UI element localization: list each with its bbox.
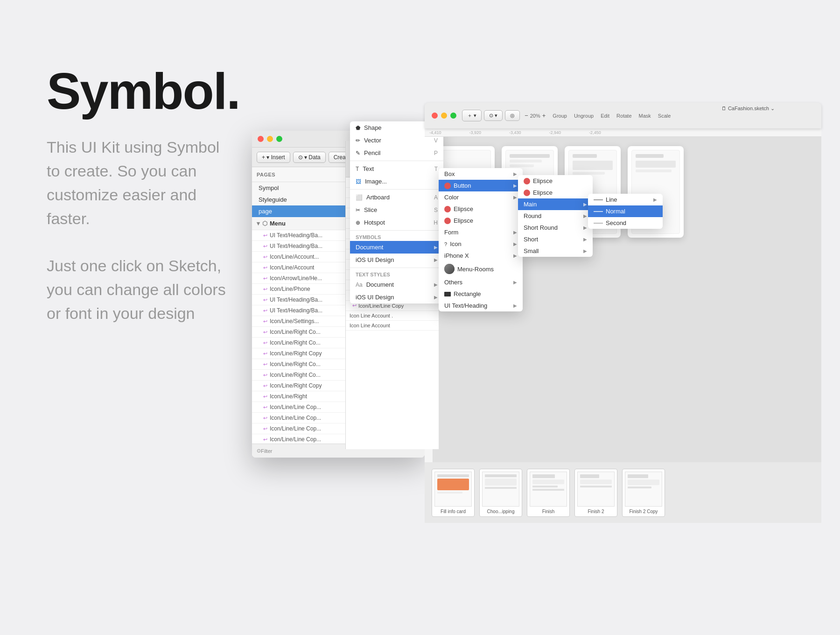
- ruler-val-1: -4,410: [429, 130, 441, 135]
- symbols-submenu: Box▶ Button ▶ Color▶ Elipsce Elipsce Fo: [439, 168, 523, 311]
- submenu-icon[interactable]: ?Icon ▶: [439, 238, 523, 250]
- sketch-tl-red[interactable]: [258, 136, 264, 142]
- menu-divider-4: [350, 268, 443, 268]
- screenshot-area: ＋ ▾ ⊙ ▾ ◎ − 20% + Group Ungroup Edit Rot…: [252, 103, 821, 523]
- toolbar-edit-btn[interactable]: Edit: [601, 113, 609, 119]
- submenu-box[interactable]: Box▶: [439, 168, 523, 180]
- ca-fashion-toolbar: ＋ ▾ ⊙ ▾ ◎ − 20% + Group Ungroup Edit Rot…: [425, 103, 821, 128]
- menu-item-textstyles-document[interactable]: Aa Document ▶: [350, 278, 443, 291]
- submenu-elipsce-2[interactable]: Elipsce: [439, 215, 523, 226]
- ruler-val-4: -2,940: [549, 130, 561, 135]
- thumb-label-fill: Fill info card: [441, 509, 466, 514]
- symbols-section-label: Symbols: [350, 232, 443, 241]
- btn-submenu-elipsce-1[interactable]: Elipsce: [518, 175, 593, 187]
- ca-fashion-title: 🗒 CaFashion.sketch ⌄: [721, 106, 775, 112]
- sketch-data-btn[interactable]: ⊙ ▾ Data: [293, 152, 326, 163]
- thumb-label-finish-2: Finish 2: [588, 509, 604, 514]
- btn-submenu-short-round[interactable]: Short Round▶: [518, 222, 593, 233]
- submenu-button[interactable]: Button ▶: [439, 180, 523, 191]
- traffic-light-yellow[interactable]: [441, 113, 447, 119]
- ruler-area: -4,410 -3,920 -3,430 -2,940 -2,450: [425, 128, 821, 137]
- toolbar-ungroup-btn[interactable]: Ungroup: [574, 113, 594, 119]
- main-submenu-line[interactable]: Line ▶: [588, 194, 663, 205]
- pages-label: PAGES: [257, 172, 275, 177]
- toolbar-insert-btn[interactable]: ＋ ▾: [462, 110, 482, 121]
- menu-item-slice[interactable]: ✂Slice S: [350, 204, 443, 216]
- btn-submenu-elipsce-2[interactable]: Elipsce: [518, 187, 593, 198]
- toolbar-data-btn[interactable]: ⊙ ▾: [484, 110, 503, 121]
- traffic-light-red[interactable]: [432, 113, 438, 119]
- mockup-3-content: [569, 150, 616, 178]
- thumb-label-finish-2-copy: Finish 2 Copy: [629, 509, 658, 514]
- thumb-label-choo: Choo...ipping: [487, 509, 515, 514]
- menu-item-pencil[interactable]: ✎Pencil P: [350, 147, 443, 159]
- toolbar-zoom-label: − 20% +: [525, 112, 546, 119]
- thumb-finish-2[interactable]: Finish 2: [574, 469, 617, 517]
- thumb-finish[interactable]: Finish: [527, 469, 570, 517]
- sketch-footer-label: Filter: [261, 448, 272, 454]
- submenu-iphone-x[interactable]: iPhone X▶: [439, 250, 523, 261]
- insert-menu: ⬟Shape ▶ ✏Vector V ✎Pencil P TText T 🖼Im…: [350, 121, 443, 303]
- sketch-tl-green[interactable]: [276, 136, 282, 142]
- toolbar-mask-btn[interactable]: Mask: [639, 113, 651, 119]
- sketch-insert-btn[interactable]: + ▾ Insert: [257, 152, 290, 163]
- thumb-label-finish: Finish: [542, 509, 555, 514]
- menu-item-image[interactable]: 🖼Image...: [350, 175, 443, 188]
- menu-divider-1: [350, 161, 443, 161]
- text-styles-section-label: Text Styles: [350, 269, 443, 278]
- ruler-val-5: -2,450: [589, 130, 601, 135]
- btn-submenu-small[interactable]: Small▶: [518, 245, 593, 257]
- mockup-4-content: [632, 150, 679, 176]
- ruler-val-3: -3,430: [509, 130, 521, 135]
- menu-item-artboard[interactable]: ⬜Artboard A: [350, 191, 443, 204]
- canvas-thumbnails: Fill info card Choo...ipping: [425, 462, 821, 523]
- icon-line-account-item-2[interactable]: Icon Line Account: [346, 321, 439, 331]
- submenu-menu-rooms[interactable]: Menu-Rooms: [439, 261, 523, 276]
- toolbar-rotate-btn[interactable]: Rotate: [616, 113, 631, 119]
- menu-item-text[interactable]: TText T: [350, 162, 443, 175]
- sketch-tl-yellow[interactable]: [267, 136, 273, 142]
- toolbar-scale-btn[interactable]: Scale: [658, 113, 671, 119]
- submenu-elipsce-1[interactable]: Elipsce: [439, 203, 523, 215]
- icon-line-account-item-1[interactable]: Icon Line Account .: [346, 311, 439, 321]
- main-submenu-normal[interactable]: Normal: [588, 205, 663, 217]
- toolbar-symbol-btn[interactable]: ◎: [505, 110, 520, 121]
- menu-item-ios-ui-design[interactable]: iOS UI Design ▶: [350, 254, 443, 266]
- button-submenu: Elipsce Elipsce Main▶ Round▶ Short Round…: [518, 175, 593, 257]
- submenu-others[interactable]: Others▶: [439, 276, 523, 288]
- submenu-form[interactable]: Form▶: [439, 226, 523, 238]
- btn-submenu-round[interactable]: Round▶: [518, 210, 593, 222]
- thumb-finish-2-copy[interactable]: Finish 2 Copy: [622, 469, 665, 517]
- main-submenu: Line ▶ Normal Second: [588, 194, 663, 229]
- toolbar-group-btn[interactable]: Group: [553, 113, 567, 119]
- menu-item-symbols-document[interactable]: Document ▶: [350, 241, 443, 254]
- menu-item-textstyles-ios[interactable]: iOS UI Design ▶: [350, 291, 443, 303]
- btn-submenu-short[interactable]: Short▶: [518, 233, 593, 245]
- submenu-color[interactable]: Color▶: [439, 191, 523, 203]
- menu-divider-2: [350, 189, 443, 190]
- main-submenu-second[interactable]: Second: [588, 217, 663, 229]
- submenu-rectangle[interactable]: Rectangle: [439, 288, 523, 300]
- thumb-choo[interactable]: Choo...ipping: [479, 469, 522, 517]
- submenu-ui-text-heading[interactable]: UI Text/Heading▶: [439, 300, 523, 311]
- ruler-val-2: -3,920: [469, 130, 482, 135]
- layers-group-label: Menu: [270, 220, 286, 227]
- traffic-light-green[interactable]: [450, 113, 456, 119]
- menu-item-hotspot[interactable]: ⊕Hotspot H: [350, 216, 443, 229]
- menu-divider-3: [350, 230, 443, 231]
- thumb-fill-info[interactable]: Fill info card: [432, 469, 475, 517]
- btn-submenu-main[interactable]: Main▶: [518, 198, 593, 210]
